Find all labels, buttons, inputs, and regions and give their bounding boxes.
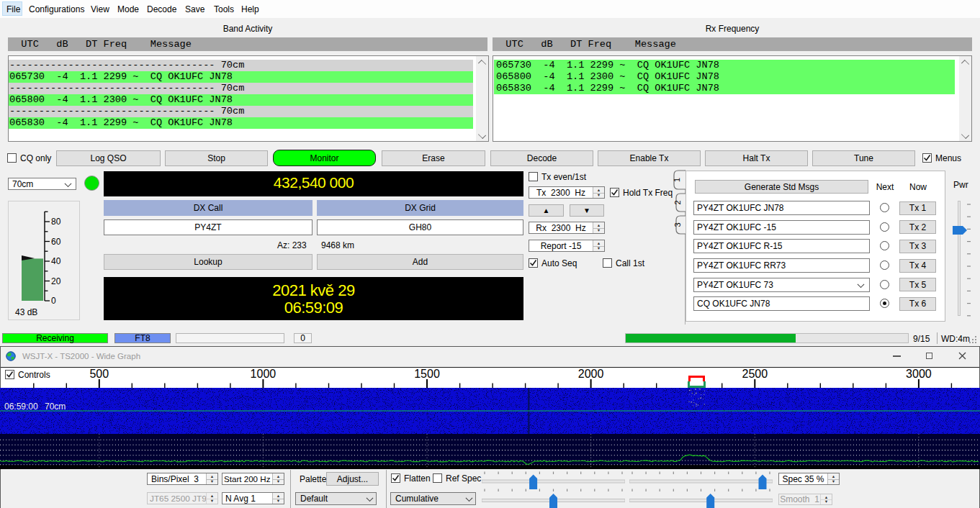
svg-text:20: 20 <box>51 276 61 286</box>
svg-text:40: 40 <box>51 256 61 266</box>
svg-text:500: 500 <box>89 368 109 380</box>
svg-text:70cm: 70cm <box>45 402 66 412</box>
svg-text:1: 1 <box>673 178 681 182</box>
svg-text:1000: 1000 <box>251 368 277 380</box>
svg-text:0: 0 <box>51 296 56 306</box>
svg-text:60: 60 <box>51 237 61 247</box>
svg-text:2500: 2500 <box>742 368 768 380</box>
svg-text:3: 3 <box>673 222 682 227</box>
svg-text:06:59:00: 06:59:00 <box>4 402 38 412</box>
svg-text:1500: 1500 <box>414 368 440 380</box>
svg-text:2000: 2000 <box>578 368 604 380</box>
svg-text:3000: 3000 <box>906 368 932 380</box>
svg-text:80: 80 <box>51 217 61 227</box>
svg-text:2: 2 <box>673 200 682 204</box>
